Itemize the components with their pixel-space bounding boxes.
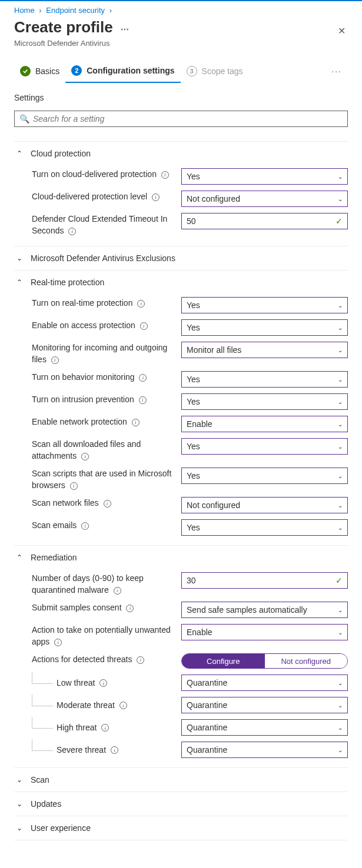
select-monitor-files[interactable]: Monitor all files⌄ bbox=[181, 342, 348, 358]
section-scan[interactable]: ⌄Scan bbox=[14, 768, 348, 792]
select-pua[interactable]: Enable⌄ bbox=[181, 624, 348, 640]
search-field[interactable] bbox=[33, 114, 343, 123]
select-behavior[interactable]: Yes⌄ bbox=[181, 371, 348, 388]
chevron-down-icon: ⌄ bbox=[16, 776, 25, 784]
input-cloud-timeout[interactable]: 50✓ bbox=[181, 213, 348, 229]
select-high-threat[interactable]: Quarantine⌄ bbox=[181, 719, 348, 736]
checkmark-icon bbox=[20, 66, 31, 76]
info-icon[interactable]: i bbox=[70, 482, 78, 490]
select-cloud-level[interactable]: Not configured⌄ bbox=[181, 191, 348, 207]
info-icon[interactable]: i bbox=[111, 746, 118, 754]
chevron-down-icon: ⌄ bbox=[338, 502, 343, 509]
label-cloud-level: Cloud-delivered protection level i bbox=[32, 191, 181, 202]
section-remediation[interactable]: ⌃ Remediation bbox=[14, 546, 348, 569]
info-icon[interactable]: i bbox=[161, 171, 169, 179]
step-configuration[interactable]: 2 Configuration settings bbox=[65, 59, 180, 83]
select-scan-emails[interactable]: Yes⌄ bbox=[181, 519, 348, 536]
section-realtime[interactable]: ⌃ Real-time protection bbox=[14, 271, 348, 294]
label-cloud-delivered: Turn on cloud-delivered protection i bbox=[32, 168, 181, 180]
chevron-down-icon: ⌄ bbox=[16, 254, 25, 262]
label-pua: Action to take on potentially unwanted a… bbox=[32, 624, 181, 647]
label-intrusion: Turn on intrusion prevention i bbox=[32, 393, 181, 405]
info-icon[interactable]: i bbox=[137, 300, 145, 308]
more-icon[interactable]: ⋯ bbox=[119, 25, 129, 34]
search-input[interactable]: 🔍 bbox=[14, 111, 348, 127]
chevron-down-icon: ⌄ bbox=[338, 376, 343, 383]
chevron-down-icon: ⌄ bbox=[338, 325, 343, 331]
section-exclusions[interactable]: ⌄ Microsoft Defender Antivirus Exclusion… bbox=[14, 246, 348, 270]
settings-heading: Settings bbox=[14, 93, 348, 102]
info-icon[interactable]: i bbox=[101, 724, 109, 732]
label-threat-actions: Actions for detected threats i bbox=[32, 653, 181, 665]
section-user-experience[interactable]: ⌄User experience bbox=[14, 816, 348, 840]
toggle-threat-actions[interactable]: ConfigureNot configured bbox=[181, 653, 348, 669]
section-updates[interactable]: ⌄Updates bbox=[14, 792, 348, 816]
info-icon[interactable]: i bbox=[81, 522, 89, 530]
info-icon[interactable]: i bbox=[140, 322, 148, 330]
info-icon[interactable]: i bbox=[139, 396, 147, 404]
label-monitor-files: Monitoring for incoming and outgoing fil… bbox=[32, 342, 181, 365]
chevron-down-icon: ⌄ bbox=[338, 747, 343, 753]
label-high-threat: High threat i bbox=[57, 723, 109, 733]
chevron-right-icon: › bbox=[109, 6, 112, 15]
chevron-down-icon: ⌄ bbox=[338, 421, 343, 428]
chevron-down-icon: ⌄ bbox=[338, 302, 343, 309]
label-samples-consent: Submit samples consent i bbox=[32, 602, 181, 613]
select-severe-threat[interactable]: Quarantine⌄ bbox=[181, 742, 348, 758]
chevron-up-icon: ⌃ bbox=[16, 553, 25, 562]
select-samples-consent[interactable]: Send safe samples automatically⌄ bbox=[181, 602, 348, 618]
info-icon[interactable]: i bbox=[152, 193, 160, 201]
more-steps-icon[interactable]: ··· bbox=[326, 61, 348, 82]
info-icon[interactable]: i bbox=[54, 639, 62, 646]
info-icon[interactable]: i bbox=[119, 702, 127, 709]
section-cloud-protection[interactable]: ⌃ Cloud protection bbox=[14, 142, 348, 165]
info-icon[interactable]: i bbox=[132, 419, 140, 426]
step-basics[interactable]: Basics bbox=[14, 60, 65, 82]
select-scan-scripts[interactable]: Yes⌄ bbox=[181, 468, 348, 484]
info-icon[interactable]: i bbox=[99, 679, 107, 687]
step-number: 2 bbox=[71, 65, 82, 76]
info-icon[interactable]: i bbox=[139, 374, 147, 382]
close-icon[interactable]: ✕ bbox=[336, 23, 348, 39]
select-cloud-delivered[interactable]: Yes⌄ bbox=[181, 168, 348, 185]
label-severe-threat: Severe threat i bbox=[57, 745, 118, 755]
page-subtitle: Microsoft Defender Antivirus bbox=[14, 39, 129, 48]
step-scope-tags[interactable]: 3 Scope tags bbox=[181, 60, 249, 82]
info-icon[interactable]: i bbox=[51, 356, 59, 364]
label-realtime: Turn on real-time protection i bbox=[32, 297, 181, 309]
chevron-down-icon: ⌄ bbox=[338, 173, 343, 180]
info-icon[interactable]: i bbox=[81, 453, 89, 460]
tree-branch-icon bbox=[32, 717, 53, 729]
input-quarantine-days[interactable]: 30✓ bbox=[181, 572, 348, 589]
select-scan-downloads[interactable]: Yes⌄ bbox=[181, 438, 348, 455]
wizard-steps: Basics 2 Configuration settings 3 Scope … bbox=[0, 59, 362, 84]
select-scan-network[interactable]: Not configured⌄ bbox=[181, 497, 348, 513]
label-behavior: Turn on behavior monitoring i bbox=[32, 371, 181, 383]
checkmark-icon: ✓ bbox=[336, 216, 343, 226]
chevron-down-icon: ⌄ bbox=[338, 680, 343, 686]
select-on-access[interactable]: Yes⌄ bbox=[181, 319, 348, 336]
label-on-access: Enable on access protection i bbox=[32, 319, 181, 331]
breadcrumb-endpoint[interactable]: Endpoint security bbox=[46, 6, 105, 15]
breadcrumb-home[interactable]: Home bbox=[14, 6, 35, 15]
select-low-threat[interactable]: Quarantine⌄ bbox=[181, 675, 348, 691]
info-icon[interactable]: i bbox=[68, 228, 76, 235]
chevron-down-icon: ⌄ bbox=[338, 607, 343, 613]
chevron-down-icon: ⌄ bbox=[338, 347, 343, 353]
select-moderate-threat[interactable]: Quarantine⌄ bbox=[181, 697, 348, 713]
breadcrumb: Home › Endpoint security › bbox=[0, 1, 362, 17]
info-icon[interactable]: i bbox=[126, 605, 134, 612]
select-realtime[interactable]: Yes⌄ bbox=[181, 297, 348, 313]
chevron-down-icon: ⌄ bbox=[338, 399, 343, 405]
select-network-protect[interactable]: Enable⌄ bbox=[181, 416, 348, 432]
chevron-up-icon: ⌃ bbox=[16, 278, 25, 286]
info-icon[interactable]: i bbox=[114, 587, 121, 595]
info-icon[interactable]: i bbox=[137, 656, 144, 664]
info-icon[interactable]: i bbox=[104, 500, 111, 508]
select-intrusion[interactable]: Yes⌄ bbox=[181, 393, 348, 410]
toggle-not-configured[interactable]: Not configured bbox=[265, 654, 348, 668]
chevron-up-icon: ⌃ bbox=[16, 149, 25, 158]
page-title: Create profile ⋯ bbox=[14, 18, 129, 36]
toggle-configure[interactable]: Configure bbox=[182, 654, 265, 668]
label-scan-network: Scan network files i bbox=[32, 497, 181, 509]
